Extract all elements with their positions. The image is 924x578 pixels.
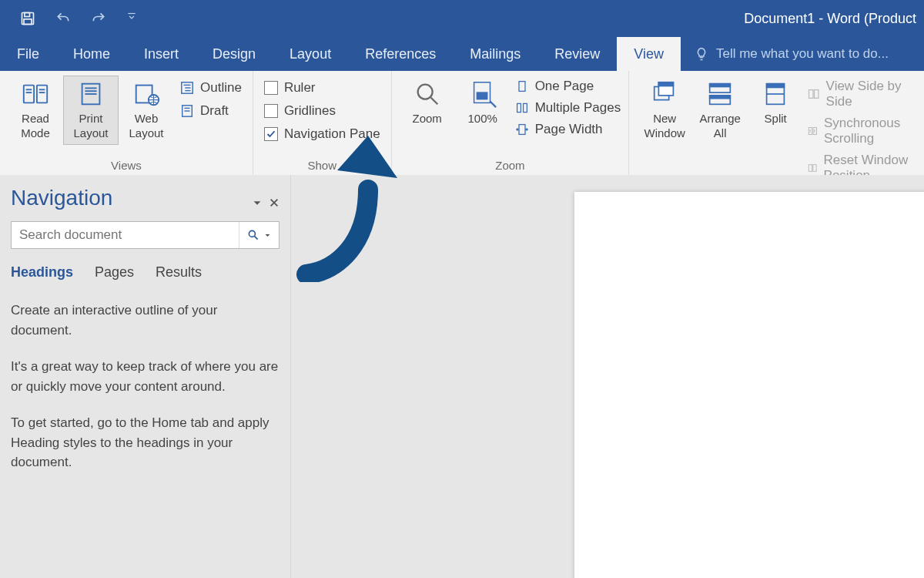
navigation-pane-title: Navigation [11, 186, 112, 210]
read-mode-label: Read Mode [21, 112, 50, 141]
checkbox-unchecked-icon [264, 81, 278, 95]
search-input[interactable] [12, 227, 239, 243]
new-window-button[interactable]: New Window [637, 76, 692, 145]
read-mode-icon [21, 79, 50, 109]
new-window-icon [650, 79, 679, 109]
svg-rect-4 [37, 86, 47, 103]
page-width-label: Page Width [535, 122, 603, 137]
web-layout-icon [132, 79, 161, 109]
quick-access-toolbar [0, 11, 142, 26]
svg-rect-29 [519, 125, 525, 135]
svg-rect-40 [809, 90, 813, 99]
zoom-button[interactable]: Zoom [400, 76, 455, 130]
tab-review[interactable]: Review [537, 37, 617, 71]
navigation-help-text: Create an interactive outline of your do… [11, 301, 280, 472]
svg-rect-2 [24, 19, 32, 25]
arrange-all-button[interactable]: Arrange All [692, 76, 748, 145]
checkbox-checked-icon [264, 127, 278, 141]
draft-button[interactable]: Draft [180, 103, 242, 119]
group-zoom-label: Zoom [400, 157, 621, 172]
nav-tab-results[interactable]: Results [156, 264, 202, 281]
document-title: Document1 - Word (Product [744, 11, 924, 27]
tab-file[interactable]: File [0, 37, 56, 71]
print-layout-button[interactable]: Print Layout [63, 76, 119, 145]
navigation-pane-menu-icon[interactable] [252, 197, 263, 210]
group-window: New Window Arrange All Split View Side b… [629, 71, 924, 175]
navigation-pane: Navigation Headings Pages Results C [0, 175, 291, 578]
zoom-label: Zoom [412, 112, 441, 126]
nav-help-line2: It's a great way to keep track of where … [11, 357, 280, 396]
zoom-100-label: 100% [467, 112, 497, 126]
svg-line-47 [255, 237, 258, 240]
sync-scroll-icon [808, 125, 818, 137]
save-icon[interactable] [20, 11, 35, 26]
nav-tab-pages[interactable]: Pages [95, 264, 134, 281]
tab-mailings[interactable]: Mailings [453, 37, 537, 71]
page-width-button[interactable]: Page Width [515, 122, 621, 137]
sync-scroll-label: Synchronous Scrolling [824, 116, 916, 146]
title-bar: Document1 - Word (Product [0, 0, 924, 37]
search-button[interactable] [239, 222, 279, 248]
outline-button[interactable]: Outline [180, 80, 242, 96]
one-page-icon [515, 80, 529, 92]
one-page-label: One Page [535, 79, 594, 94]
multiple-pages-button[interactable]: Multiple Pages [515, 100, 621, 116]
nav-tab-headings[interactable]: Headings [11, 264, 73, 281]
web-layout-button[interactable]: Web Layout [119, 76, 174, 145]
tab-home[interactable]: Home [56, 37, 127, 71]
ruler-checkbox[interactable]: Ruler [264, 80, 380, 96]
svg-rect-32 [659, 82, 674, 86]
split-button[interactable]: Split [748, 76, 803, 130]
side-by-side-label: View Side by Side [826, 79, 916, 109]
tell-me-search[interactable]: Tell me what you want to do... [695, 37, 889, 71]
undo-icon[interactable] [55, 11, 71, 26]
nav-help-line1: Create an interactive outline of your do… [11, 301, 280, 340]
multiple-pages-label: Multiple Pages [535, 100, 621, 116]
navigation-tabs: Headings Pages Results [11, 264, 280, 281]
svg-line-23 [430, 98, 437, 105]
ribbon-tabs: File Home Insert Design Layout Reference… [0, 37, 924, 71]
tab-view[interactable]: View [617, 37, 681, 71]
gridlines-checkbox[interactable]: Gridlines [264, 103, 380, 119]
checkbox-unchecked-icon [264, 104, 278, 118]
svg-point-46 [249, 230, 255, 237]
navigation-pane-checkbox[interactable]: Navigation Pane [264, 126, 380, 142]
group-show: Ruler Gridlines Navigation Pane Show [253, 71, 392, 175]
document-page[interactable] [574, 192, 924, 578]
draft-icon [180, 104, 194, 118]
svg-rect-34 [710, 84, 731, 87]
print-layout-icon [76, 79, 105, 109]
redo-icon[interactable] [91, 11, 106, 26]
svg-rect-36 [710, 96, 731, 99]
svg-rect-1 [25, 13, 30, 17]
group-show-label: Show [261, 157, 383, 172]
web-layout-label: Web Layout [129, 112, 163, 141]
outline-label: Outline [200, 80, 242, 96]
view-side-by-side-button: View Side by Side [808, 79, 916, 109]
search-document-field[interactable] [11, 221, 280, 249]
nav-help-line3: To get started, go to the Home tab and a… [11, 413, 280, 472]
side-by-side-icon [808, 88, 819, 100]
group-views: Read Mode Print Layout Web Layout Outlin… [0, 71, 253, 175]
svg-rect-25 [477, 92, 487, 99]
qat-dropdown-icon[interactable] [126, 11, 142, 26]
tab-design[interactable]: Design [196, 37, 273, 71]
zoom-100-button[interactable]: 100% [455, 76, 511, 130]
tab-insert[interactable]: Insert [127, 37, 196, 71]
document-area[interactable] [291, 175, 924, 578]
zoom-icon [413, 79, 442, 109]
split-label: Split [765, 112, 787, 126]
lightbulb-icon [695, 47, 708, 61]
tab-layout[interactable]: Layout [273, 37, 348, 71]
close-icon[interactable] [269, 197, 280, 210]
navigation-pane-label: Navigation Pane [284, 126, 380, 142]
arrange-all-icon [705, 79, 735, 109]
one-page-button[interactable]: One Page [515, 79, 621, 94]
new-window-label: New Window [644, 112, 685, 141]
gridlines-label: Gridlines [284, 103, 336, 119]
svg-rect-3 [24, 86, 34, 103]
read-mode-button[interactable]: Read Mode [8, 76, 63, 145]
multiple-pages-icon [515, 102, 529, 114]
tab-references[interactable]: References [348, 37, 453, 71]
ribbon: Read Mode Print Layout Web Layout Outlin… [0, 71, 924, 176]
